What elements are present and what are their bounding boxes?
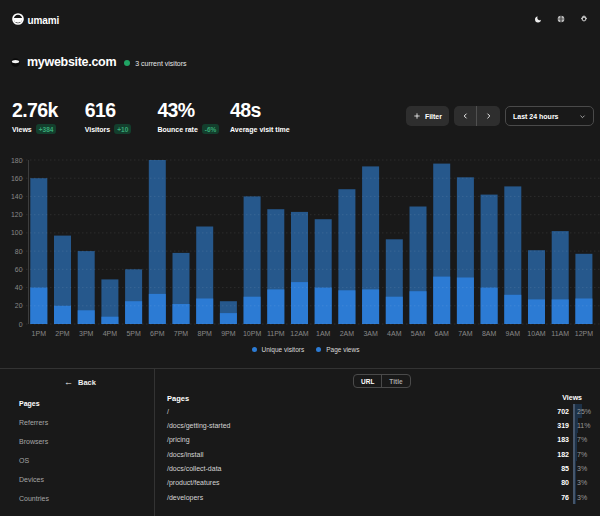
svg-text:180: 180: [11, 157, 23, 164]
svg-text:12PM: 12PM: [575, 330, 593, 337]
svg-text:2PM: 2PM: [55, 330, 70, 337]
svg-text:160: 160: [11, 175, 23, 182]
svg-text:140: 140: [11, 193, 23, 200]
svg-text:11AM: 11AM: [551, 330, 569, 337]
svg-text:8AM: 8AM: [482, 330, 497, 337]
svg-text:1AM: 1AM: [316, 330, 331, 337]
svg-text:9PM: 9PM: [221, 330, 236, 337]
svg-text:6AM: 6AM: [434, 330, 449, 337]
svg-text:10PM: 10PM: [243, 330, 261, 337]
svg-text:3AM: 3AM: [363, 330, 378, 337]
svg-text:5PM: 5PM: [126, 330, 141, 337]
svg-text:0: 0: [19, 321, 23, 328]
svg-text:120: 120: [11, 211, 23, 218]
svg-text:80: 80: [15, 248, 23, 255]
svg-text:1PM: 1PM: [32, 330, 47, 337]
svg-text:7PM: 7PM: [174, 330, 189, 337]
svg-text:60: 60: [15, 266, 23, 273]
svg-text:10AM: 10AM: [527, 330, 545, 337]
svg-text:5AM: 5AM: [411, 330, 426, 337]
svg-text:20: 20: [15, 302, 23, 309]
svg-text:2AM: 2AM: [340, 330, 355, 337]
svg-text:40: 40: [15, 284, 23, 291]
svg-text:9AM: 9AM: [506, 330, 521, 337]
svg-text:12AM: 12AM: [290, 330, 308, 337]
svg-text:4AM: 4AM: [387, 330, 402, 337]
svg-text:11PM: 11PM: [267, 330, 285, 337]
svg-text:3PM: 3PM: [79, 330, 94, 337]
svg-text:6PM: 6PM: [150, 330, 165, 337]
svg-text:4PM: 4PM: [103, 330, 118, 337]
svg-text:7AM: 7AM: [458, 330, 473, 337]
svg-text:8PM: 8PM: [197, 330, 212, 337]
svg-text:100: 100: [11, 229, 23, 236]
